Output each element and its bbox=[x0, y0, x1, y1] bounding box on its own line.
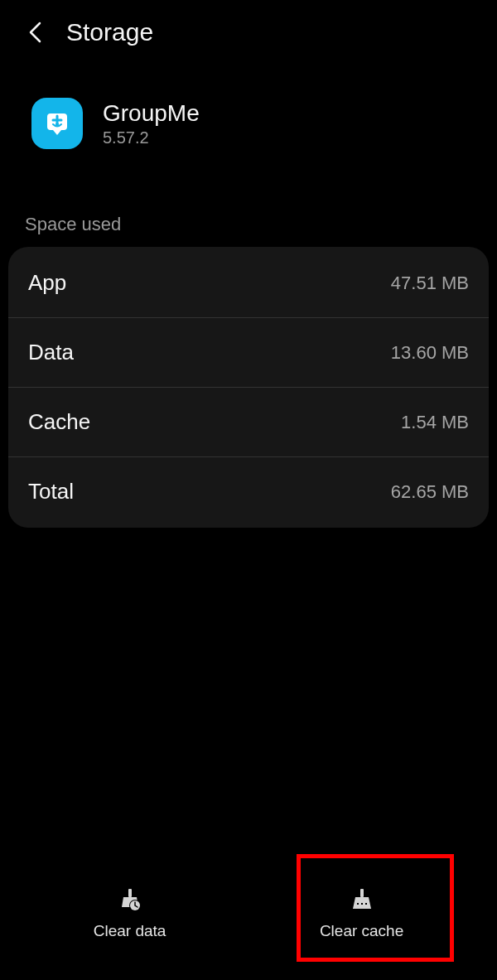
row-label: App bbox=[28, 270, 66, 296]
app-text: GroupMe 5.57.2 bbox=[103, 100, 200, 147]
storage-card: App 47.51 MB Data 13.60 MB Cache 1.54 MB… bbox=[8, 247, 489, 528]
row-value: 13.60 MB bbox=[391, 342, 469, 364]
svg-rect-7 bbox=[361, 903, 363, 905]
clear-data-label: Clear data bbox=[94, 922, 166, 940]
svg-rect-5 bbox=[360, 889, 364, 897]
svg-rect-6 bbox=[357, 903, 359, 905]
clear-cache-button[interactable]: Clear cache bbox=[295, 879, 428, 949]
row-label: Cache bbox=[28, 409, 90, 435]
clear-cache-label: Clear cache bbox=[320, 922, 403, 940]
storage-row-data: Data 13.60 MB bbox=[8, 318, 489, 388]
section-label: Space used bbox=[0, 166, 497, 247]
broom-data-icon bbox=[117, 887, 143, 914]
broom-cache-icon bbox=[349, 887, 375, 914]
bottom-bar: Clear data Clear cache bbox=[0, 879, 497, 949]
svg-rect-8 bbox=[365, 903, 367, 905]
page-title: Storage bbox=[66, 18, 153, 46]
app-name: GroupMe bbox=[103, 100, 200, 127]
app-version: 5.57.2 bbox=[103, 128, 200, 147]
storage-row-total: Total 62.65 MB bbox=[8, 457, 489, 526]
app-icon bbox=[31, 98, 83, 149]
back-icon[interactable] bbox=[23, 21, 46, 44]
row-label: Total bbox=[28, 479, 74, 504]
header: Storage bbox=[0, 0, 497, 65]
row-value: 1.54 MB bbox=[401, 412, 469, 433]
storage-row-cache: Cache 1.54 MB bbox=[8, 388, 489, 457]
clear-data-button[interactable]: Clear data bbox=[69, 879, 191, 949]
svg-rect-2 bbox=[128, 889, 132, 897]
row-value: 47.51 MB bbox=[391, 273, 469, 294]
row-label: Data bbox=[28, 340, 74, 365]
storage-row-app: App 47.51 MB bbox=[8, 249, 489, 318]
row-value: 62.65 MB bbox=[391, 481, 469, 503]
app-info: GroupMe 5.57.2 bbox=[0, 65, 497, 166]
